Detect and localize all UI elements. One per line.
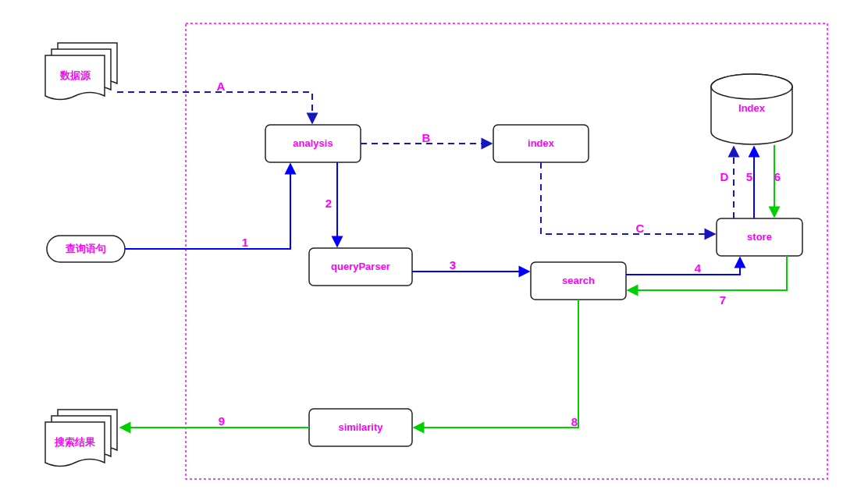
search-node: search [531,262,626,300]
edge-7 [628,256,787,290]
svg-point-8 [711,74,792,99]
query-statement-node: 查询语句 [47,236,125,262]
query-statement-label: 查询语句 [65,243,106,254]
results-label: 搜索结果 [54,436,96,448]
edge-1 [125,164,290,249]
edge-3-label: 3 [450,258,456,272]
edge-2-label: 2 [325,197,332,210]
edge-B-label: B [422,131,431,144]
edge-1-label: 1 [242,236,248,249]
data-source-node: 数据源 [45,43,117,100]
analysis-node: analysis [265,125,361,162]
edge-A-label: A [217,80,226,93]
index-node: index [493,125,589,162]
edge-6-label: 6 [774,170,781,183]
edge-8 [414,300,578,428]
store-label: store [747,231,772,243]
similarity-node: similarity [309,409,412,446]
edge-D-label: D [720,170,729,183]
analysis-label: analysis [293,137,333,149]
index-label: index [528,137,555,149]
store-node: store [717,218,802,256]
data-source-label: 数据源 [59,69,91,81]
edge-A [117,92,312,123]
query-parser-node: queryParser [309,248,412,286]
search-label: search [562,275,595,286]
edge-5-label: 5 [746,170,752,183]
edge-9-label: 9 [219,414,225,428]
similarity-label: similarity [338,421,383,433]
results-node: 搜索结果 [45,410,117,467]
edge-4-label: 4 [695,261,702,275]
edge-7-label: 7 [720,293,726,307]
edge-8-label: 8 [571,415,578,428]
index-db-label: Index [738,102,766,114]
query-parser-label: queryParser [331,261,390,272]
index-db-node: Index [711,74,792,144]
edge-C-label: C [636,222,645,235]
edge-4 [626,257,740,275]
edge-C [541,162,715,234]
